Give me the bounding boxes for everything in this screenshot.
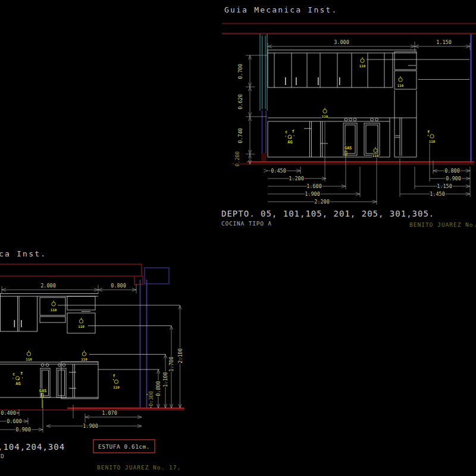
- outlet-label: 110: [26, 358, 32, 361]
- dim-label: 0.400: [1, 410, 16, 416]
- outlet-symbol-110: 110: [81, 350, 87, 361]
- water-label: AG: [287, 140, 292, 145]
- cocina-type-fragment: D: [1, 453, 5, 459]
- ceiling-beam: [0, 264, 169, 284]
- left-wall: [260, 34, 267, 161]
- dim-label: 1.900: [83, 423, 98, 429]
- dim-label: 0.450: [271, 168, 286, 174]
- door-pull: [21, 320, 22, 327]
- ceiling-lines: [222, 24, 476, 34]
- dim-label: 2.000: [40, 283, 56, 289]
- counter-base-cabinets: [0, 362, 98, 399]
- depto-line-fragment: ,104,204,304: [0, 442, 65, 452]
- dim-label: 0.800: [155, 381, 161, 396]
- dim-label: 0.800: [111, 283, 126, 289]
- outlet-label: 110: [359, 64, 366, 68]
- drawing-title: Guia Mecanica Inst.: [224, 5, 338, 14]
- outlet-symbol-110: 110: [359, 57, 366, 68]
- dim-label: 0.600: [7, 418, 22, 424]
- dim-label: 1.100: [162, 372, 168, 387]
- gas-label: GAS: [345, 146, 352, 151]
- door-pull: [296, 77, 297, 85]
- outlet-symbol-110: 110: [51, 300, 57, 312]
- counter-base-cabinets: [268, 118, 416, 157]
- outlet-label: 110: [429, 140, 436, 143]
- dim-label: 1.150: [436, 39, 452, 45]
- outlet-label: 110: [81, 358, 87, 361]
- right-wall: [140, 280, 147, 409]
- dim-label: 2.100: [177, 348, 183, 364]
- stove-note-label: ESTUFA 0.61cm.: [98, 443, 150, 450]
- dim-label: 0.740: [237, 128, 243, 143]
- water-label: AG: [15, 381, 20, 386]
- dim-left: 0.700 0.620 0.740 0.200: [234, 55, 268, 167]
- dim-label: 0.300: [148, 391, 154, 406]
- door-pull: [285, 77, 286, 85]
- dim-label: 0.200: [234, 151, 240, 167]
- floor-line: [232, 162, 474, 164]
- outlet-symbol-110: 110: [26, 350, 32, 361]
- dim-bottom-right: 0.800 0.900 1.150 1.450: [400, 168, 470, 197]
- outlet-symbol-110-f: f 110: [112, 374, 120, 389]
- dim-bottom-left: 0.450 1.200 1.600 1.900 2.200: [264, 168, 377, 205]
- outlet-label: 110: [372, 154, 379, 158]
- top-drawing: Guia Mecanica Inst.: [221, 5, 476, 228]
- hot-tap-label: f: [112, 374, 115, 378]
- dim-right: 2.100 1.700 1.100 0.800 0.300: [148, 305, 183, 408]
- upper-cabinets: [268, 50, 416, 87]
- hot-tap-label: f: [20, 371, 23, 376]
- dim-label: 1.450: [430, 191, 445, 197]
- dim-label: 1.150: [437, 183, 452, 189]
- door-pull: [318, 77, 319, 85]
- outlet-symbol-110-f: f 110: [427, 130, 436, 143]
- depto-line: DEPTO. 05, 101,105, 201, 205, 301,305.: [221, 209, 434, 218]
- cold-tap-label: c: [12, 372, 15, 377]
- leader-lines: [58, 305, 180, 394]
- water-symbol-ag: c f AG: [285, 129, 295, 145]
- dim-label: 1.070: [102, 410, 117, 416]
- dim-label: 0.800: [444, 168, 460, 174]
- outlet-label: 110: [113, 386, 120, 389]
- dim-label: 3.000: [334, 39, 349, 45]
- dim-label: 1.700: [168, 356, 174, 372]
- dim-label: 1.200: [289, 176, 304, 181]
- outlet-symbol-110: 110: [397, 76, 404, 87]
- cold-tap-label: c: [285, 130, 287, 134]
- drawing-title-fragment: ca Inst.: [0, 249, 46, 258]
- water-symbol-ag: c f AG: [12, 371, 23, 386]
- stove-note: ESTUFA 0.61cm.: [93, 440, 155, 453]
- floor-line: [0, 408, 184, 410]
- dim-top: 2.000 0.800: [2, 283, 136, 294]
- dim-label: 0.700: [237, 64, 243, 79]
- cad-canvas: Guia Mecanica Inst.: [0, 0, 476, 476]
- dim-label: 1.600: [306, 183, 322, 189]
- door-pull: [14, 320, 15, 327]
- outlet-label: 110: [397, 84, 404, 87]
- dim-bottom: 0.400 0.600 0.900 1.070 1.900: [0, 410, 142, 433]
- outlet-symbol-110: 110: [322, 108, 328, 118]
- bottom-drawing: ca Inst.: [0, 249, 184, 471]
- outlet-label: 110: [322, 115, 328, 118]
- dim-label: 1.900: [305, 191, 320, 197]
- dim-label: 0.620: [237, 94, 243, 109]
- outlet-label: 110: [78, 325, 84, 328]
- hot-tap-label: f: [427, 130, 430, 134]
- door-pull: [339, 77, 340, 85]
- dim-label: 0.900: [15, 427, 31, 433]
- location-line: BENITO JUAREZ No.: [409, 221, 476, 228]
- cocina-type-line: COCINA TIPO A: [221, 220, 272, 227]
- gas-label: GAS: [39, 389, 47, 393]
- location-line: BENITO JUAREZ No. 17,: [97, 464, 181, 471]
- dim-label: 0.900: [446, 176, 461, 181]
- outlet-symbol-110: 110: [78, 318, 84, 328]
- leader-lines: [367, 60, 469, 80]
- tall-cabinet: [394, 52, 416, 157]
- outlet-label: 110: [51, 308, 57, 312]
- hot-tap-label: f: [292, 129, 294, 134]
- dim-label: 2.200: [314, 199, 330, 205]
